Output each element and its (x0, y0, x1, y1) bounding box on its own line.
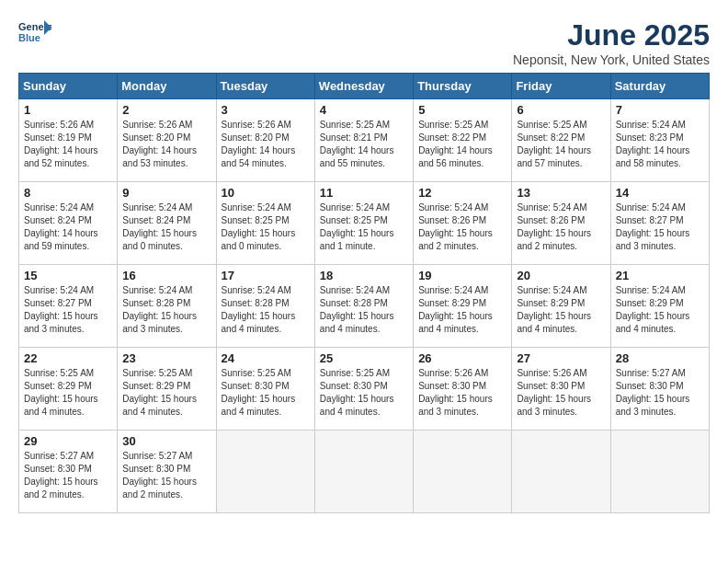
calendar-cell: 2Sunrise: 5:26 AM Sunset: 8:20 PM Daylig… (118, 99, 216, 182)
day-number: 12 (418, 186, 506, 200)
location: Neponsit, New York, United States (513, 52, 710, 67)
calendar-header-row: SundayMondayTuesdayWednesdayThursdayFrid… (19, 74, 710, 99)
day-info: Sunrise: 5:25 AM Sunset: 8:22 PM Dayligh… (517, 119, 605, 170)
calendar-cell: 14Sunrise: 5:24 AM Sunset: 8:27 PM Dayli… (610, 182, 709, 265)
logo-icon: General Blue (18, 18, 51, 44)
day-info: Sunrise: 5:25 AM Sunset: 8:29 PM Dayligh… (24, 367, 112, 419)
day-info: Sunrise: 5:24 AM Sunset: 8:27 PM Dayligh… (24, 284, 112, 336)
day-number: 21 (616, 269, 704, 282)
day-info: Sunrise: 5:26 AM Sunset: 8:30 PM Dayligh… (517, 367, 605, 419)
day-info: Sunrise: 5:24 AM Sunset: 8:25 PM Dayligh… (320, 201, 408, 253)
calendar-cell: 5Sunrise: 5:25 AM Sunset: 8:22 PM Daylig… (414, 99, 512, 182)
day-number: 11 (320, 186, 408, 200)
day-number: 7 (616, 103, 704, 117)
calendar-week-5: 29Sunrise: 5:27 AM Sunset: 8:30 PM Dayli… (19, 431, 710, 513)
day-info: Sunrise: 5:24 AM Sunset: 8:26 PM Dayligh… (418, 201, 506, 253)
calendar-cell: 27Sunrise: 5:26 AM Sunset: 8:30 PM Dayli… (512, 348, 610, 431)
day-info: Sunrise: 5:24 AM Sunset: 8:28 PM Dayligh… (320, 284, 408, 336)
day-info: Sunrise: 5:24 AM Sunset: 8:28 PM Dayligh… (222, 284, 310, 336)
day-number: 3 (222, 103, 310, 117)
calendar-cell: 7Sunrise: 5:24 AM Sunset: 8:23 PM Daylig… (610, 99, 709, 182)
calendar-cell (414, 431, 512, 513)
calendar-cell: 21Sunrise: 5:24 AM Sunset: 8:29 PM Dayli… (610, 265, 709, 348)
page-header: General Blue June 2025 Neponsit, New Yor… (18, 18, 710, 67)
day-number: 30 (122, 434, 210, 448)
calendar-week-1: 1Sunrise: 5:26 AM Sunset: 8:19 PM Daylig… (19, 99, 710, 182)
calendar-week-3: 15Sunrise: 5:24 AM Sunset: 8:27 PM Dayli… (19, 265, 710, 348)
calendar-cell: 19Sunrise: 5:24 AM Sunset: 8:29 PM Dayli… (414, 265, 512, 348)
day-number: 17 (222, 269, 310, 282)
day-number: 23 (122, 351, 210, 365)
calendar-cell: 17Sunrise: 5:24 AM Sunset: 8:28 PM Dayli… (216, 265, 314, 348)
day-info: Sunrise: 5:26 AM Sunset: 8:20 PM Dayligh… (122, 119, 210, 170)
column-header-monday: Monday (118, 74, 216, 99)
day-info: Sunrise: 5:25 AM Sunset: 8:29 PM Dayligh… (122, 367, 210, 419)
calendar-week-4: 22Sunrise: 5:25 AM Sunset: 8:29 PM Dayli… (19, 348, 710, 431)
day-info: Sunrise: 5:27 AM Sunset: 8:30 PM Dayligh… (122, 450, 210, 501)
calendar-table: SundayMondayTuesdayWednesdayThursdayFrid… (18, 73, 710, 513)
day-info: Sunrise: 5:24 AM Sunset: 8:29 PM Dayligh… (418, 284, 506, 336)
calendar-cell: 3Sunrise: 5:26 AM Sunset: 8:20 PM Daylig… (216, 99, 314, 182)
calendar-cell: 28Sunrise: 5:27 AM Sunset: 8:30 PM Dayli… (610, 348, 709, 431)
day-number: 8 (24, 186, 112, 200)
calendar-cell: 9Sunrise: 5:24 AM Sunset: 8:24 PM Daylig… (118, 182, 216, 265)
column-header-thursday: Thursday (414, 74, 512, 99)
calendar-cell (314, 431, 413, 513)
calendar-cell: 24Sunrise: 5:25 AM Sunset: 8:30 PM Dayli… (216, 348, 314, 431)
calendar-cell: 8Sunrise: 5:24 AM Sunset: 8:24 PM Daylig… (19, 182, 118, 265)
day-number: 13 (517, 186, 605, 200)
calendar-cell: 29Sunrise: 5:27 AM Sunset: 8:30 PM Dayli… (19, 431, 118, 513)
day-info: Sunrise: 5:27 AM Sunset: 8:30 PM Dayligh… (24, 450, 112, 501)
day-info: Sunrise: 5:24 AM Sunset: 8:24 PM Dayligh… (122, 201, 210, 253)
day-number: 22 (24, 351, 112, 365)
day-info: Sunrise: 5:26 AM Sunset: 8:30 PM Dayligh… (418, 367, 506, 419)
day-info: Sunrise: 5:24 AM Sunset: 8:23 PM Dayligh… (616, 119, 704, 170)
calendar-cell: 18Sunrise: 5:24 AM Sunset: 8:28 PM Dayli… (314, 265, 413, 348)
calendar-cell: 6Sunrise: 5:25 AM Sunset: 8:22 PM Daylig… (512, 99, 610, 182)
day-number: 5 (418, 103, 506, 117)
calendar-week-2: 8Sunrise: 5:24 AM Sunset: 8:24 PM Daylig… (19, 182, 710, 265)
column-header-wednesday: Wednesday (314, 74, 413, 99)
calendar-cell: 12Sunrise: 5:24 AM Sunset: 8:26 PM Dayli… (414, 182, 512, 265)
day-number: 6 (517, 103, 605, 117)
calendar-cell: 22Sunrise: 5:25 AM Sunset: 8:29 PM Dayli… (19, 348, 118, 431)
calendar-cell: 13Sunrise: 5:24 AM Sunset: 8:26 PM Dayli… (512, 182, 610, 265)
day-info: Sunrise: 5:24 AM Sunset: 8:25 PM Dayligh… (222, 201, 310, 253)
title-section: June 2025 Neponsit, New York, United Sta… (513, 18, 710, 67)
day-number: 27 (517, 351, 605, 365)
day-number: 24 (222, 351, 310, 365)
day-number: 29 (24, 434, 112, 448)
column-header-sunday: Sunday (19, 74, 118, 99)
calendar-cell: 10Sunrise: 5:24 AM Sunset: 8:25 PM Dayli… (216, 182, 314, 265)
calendar-cell (610, 431, 709, 513)
day-info: Sunrise: 5:25 AM Sunset: 8:21 PM Dayligh… (320, 119, 408, 170)
calendar-cell (216, 431, 314, 513)
day-number: 20 (517, 269, 605, 282)
day-info: Sunrise: 5:25 AM Sunset: 8:22 PM Dayligh… (418, 119, 506, 170)
day-info: Sunrise: 5:27 AM Sunset: 8:30 PM Dayligh… (616, 367, 704, 419)
day-info: Sunrise: 5:24 AM Sunset: 8:26 PM Dayligh… (517, 201, 605, 253)
day-number: 10 (222, 186, 310, 200)
day-info: Sunrise: 5:24 AM Sunset: 8:29 PM Dayligh… (517, 284, 605, 336)
day-number: 25 (320, 351, 408, 365)
day-number: 26 (418, 351, 506, 365)
day-info: Sunrise: 5:26 AM Sunset: 8:19 PM Dayligh… (24, 119, 112, 170)
day-number: 18 (320, 269, 408, 282)
svg-text:Blue: Blue (18, 32, 40, 43)
calendar-cell: 26Sunrise: 5:26 AM Sunset: 8:30 PM Dayli… (414, 348, 512, 431)
day-info: Sunrise: 5:24 AM Sunset: 8:28 PM Dayligh… (122, 284, 210, 336)
calendar-cell: 11Sunrise: 5:24 AM Sunset: 8:25 PM Dayli… (314, 182, 413, 265)
calendar-cell: 1Sunrise: 5:26 AM Sunset: 8:19 PM Daylig… (19, 99, 118, 182)
day-number: 28 (616, 351, 704, 365)
logo: General Blue (18, 18, 51, 44)
day-info: Sunrise: 5:24 AM Sunset: 8:29 PM Dayligh… (616, 284, 704, 336)
column-header-friday: Friday (512, 74, 610, 99)
day-info: Sunrise: 5:26 AM Sunset: 8:20 PM Dayligh… (222, 119, 310, 170)
day-number: 16 (122, 269, 210, 282)
calendar-cell: 30Sunrise: 5:27 AM Sunset: 8:30 PM Dayli… (118, 431, 216, 513)
column-header-saturday: Saturday (610, 74, 709, 99)
day-info: Sunrise: 5:25 AM Sunset: 8:30 PM Dayligh… (320, 367, 408, 419)
day-number: 2 (122, 103, 210, 117)
calendar-cell: 15Sunrise: 5:24 AM Sunset: 8:27 PM Dayli… (19, 265, 118, 348)
day-info: Sunrise: 5:24 AM Sunset: 8:24 PM Dayligh… (24, 201, 112, 253)
